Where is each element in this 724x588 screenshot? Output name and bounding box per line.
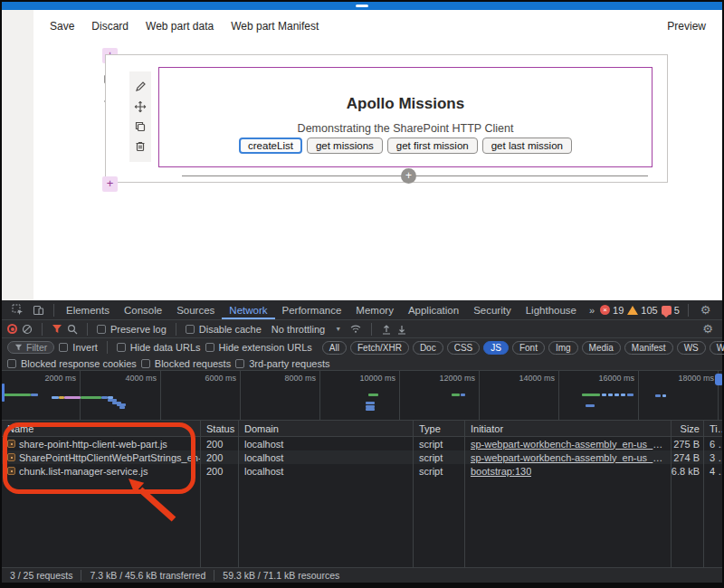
initiator-link[interactable]: sp-webpart-workbench-assembly_en-us_b3e7… xyxy=(471,452,665,463)
table-row[interactable]: SharePointHttpClientWebPartStrings_en-us… xyxy=(2,450,722,464)
warning-icon xyxy=(627,306,638,315)
third-party-checkbox[interactable] xyxy=(235,359,244,368)
chip-manifest[interactable]: Manifest xyxy=(624,341,673,355)
delete-webpart-icon[interactable] xyxy=(134,140,147,153)
save-button[interactable]: Save xyxy=(50,20,74,33)
network-overview[interactable]: 2000 ms 4000 ms 6000 ms 8000 ms 10000 ms… xyxy=(2,371,722,421)
tab-memory[interactable]: Memory xyxy=(348,300,401,319)
network-conditions-icon[interactable] xyxy=(349,324,362,334)
column-header-name[interactable]: Name xyxy=(2,421,201,436)
warning-count-badge[interactable]: 105 xyxy=(627,305,657,316)
chip-all[interactable]: All xyxy=(322,341,347,355)
move-webpart-icon[interactable] xyxy=(134,100,147,113)
requests-table-empty-area xyxy=(2,478,722,567)
devtools-menu-icon[interactable]: ⋮ xyxy=(719,304,724,317)
get-missions-button[interactable]: get missions xyxy=(307,138,383,154)
hide-extension-urls-checkbox[interactable] xyxy=(205,343,214,352)
issues-count-badge[interactable]: 5 xyxy=(662,305,680,316)
column-header-size[interactable]: Size xyxy=(672,421,704,436)
timeline-bar xyxy=(366,408,375,411)
window-collapse-handle[interactable] xyxy=(356,5,368,7)
network-settings-icon[interactable]: ⚙ xyxy=(699,322,717,336)
chip-css[interactable]: CSS xyxy=(447,341,481,355)
chip-doc[interactable]: Doc xyxy=(413,341,443,355)
filter-input[interactable]: Filter xyxy=(7,341,54,354)
hide-data-urls-checkbox[interactable] xyxy=(117,343,126,352)
chip-js[interactable]: JS xyxy=(483,341,509,355)
create-list-button[interactable]: createList xyxy=(239,138,302,154)
table-row[interactable]: share-point-http-client-web-part.js 200 … xyxy=(2,437,722,450)
discard-button[interactable]: Discard xyxy=(91,20,129,33)
export-har-icon[interactable] xyxy=(396,324,407,335)
chip-fetch-xhr[interactable]: Fetch/XHR xyxy=(350,341,409,355)
tab-performance[interactable]: Performance xyxy=(275,300,349,319)
chip-wasm[interactable]: Wasm xyxy=(710,341,724,355)
duplicate-webpart-icon[interactable] xyxy=(134,120,147,133)
tab-application[interactable]: Application xyxy=(401,300,466,319)
sharepoint-workbench: Save Discard Web part data Web part Mani… xyxy=(2,10,722,300)
timeline-bar xyxy=(586,404,595,407)
filter-placeholder: Filter xyxy=(26,342,47,353)
device-toolbar-icon[interactable] xyxy=(28,304,49,316)
timeline-bar xyxy=(621,394,625,396)
edit-webpart-icon[interactable] xyxy=(134,81,147,93)
blocked-requests-checkbox[interactable] xyxy=(141,359,150,368)
devtools-badges: × 19 105 5 ⚙ ⋮ × xyxy=(600,303,724,318)
column-header-domain[interactable]: Domain xyxy=(239,421,414,436)
devtools-settings-icon[interactable]: ⚙ xyxy=(697,303,715,317)
invert-label: Invert xyxy=(72,342,98,353)
clear-network-log-icon[interactable] xyxy=(22,324,33,335)
record-network-log-icon[interactable] xyxy=(7,324,17,334)
apollo-missions-webpart[interactable]: Apollo Missions Demonstrating the ShareP… xyxy=(158,67,653,167)
add-webpart-button-bottom[interactable]: + xyxy=(102,176,118,192)
error-icon: × xyxy=(600,305,610,315)
transferred-summary: 7.3 kB / 45.6 kB transferred xyxy=(81,570,214,581)
initiator-link[interactable]: bootstrap:130 xyxy=(471,466,531,477)
webpart-data-button[interactable]: Web part data xyxy=(146,20,214,33)
workbench-left-rail xyxy=(2,10,33,300)
get-last-mission-button[interactable]: get last mission xyxy=(482,138,572,154)
inspect-element-icon[interactable] xyxy=(7,304,28,316)
preserve-log-checkbox[interactable] xyxy=(97,325,106,334)
search-icon[interactable] xyxy=(67,324,78,335)
tab-network[interactable]: Network xyxy=(222,300,274,319)
add-webpart-inline-button[interactable]: + xyxy=(401,168,416,184)
error-count-badge[interactable]: × 19 xyxy=(600,305,624,316)
tab-console[interactable]: Console xyxy=(117,300,169,319)
tab-lighthouse[interactable]: Lighthouse xyxy=(519,300,584,319)
timeline-tick: 14000 ms xyxy=(519,374,558,383)
timeline-bar xyxy=(2,384,5,402)
column-header-status[interactable]: Status xyxy=(201,421,239,436)
disable-cache-checkbox[interactable] xyxy=(186,325,195,334)
throttling-select[interactable]: No throttling xyxy=(272,324,325,335)
chip-font[interactable]: Font xyxy=(512,341,545,355)
chip-img[interactable]: Img xyxy=(548,341,578,355)
initiator-link[interactable]: sp-webpart-workbench-assembly_en-us_b3e7… xyxy=(471,439,665,450)
tab-security[interactable]: Security xyxy=(466,300,519,319)
tab-sources[interactable]: Sources xyxy=(169,300,222,319)
script-file-icon xyxy=(7,440,15,448)
invert-checkbox[interactable] xyxy=(59,343,68,352)
webpart-manifest-button[interactable]: Web part Manifest xyxy=(231,20,319,33)
column-header-time[interactable]: Ti… xyxy=(704,421,722,436)
import-har-icon[interactable] xyxy=(381,324,392,335)
third-party-label: 3rd-party requests xyxy=(249,358,329,369)
preview-button[interactable]: Preview xyxy=(667,20,706,33)
timeline-bar xyxy=(461,394,465,396)
timeline-tick: 12000 ms xyxy=(439,374,479,383)
chip-media[interactable]: Media xyxy=(582,341,621,355)
requests-table: Name Status Domain Type Initiator Size T… xyxy=(2,421,722,567)
network-toolbar: Preserve log Disable cache No throttling… xyxy=(2,320,722,338)
tab-elements[interactable]: Elements xyxy=(59,300,117,319)
blocked-cookies-checkbox[interactable] xyxy=(7,359,16,368)
devtools-tabbar: Elements Console Sources Network Perform… xyxy=(2,300,722,320)
timeline-bar xyxy=(119,406,125,409)
get-first-mission-button[interactable]: get first mission xyxy=(387,138,478,154)
more-tabs-icon[interactable]: » xyxy=(584,305,600,316)
column-header-initiator[interactable]: Initiator xyxy=(465,421,672,436)
chip-ws[interactable]: WS xyxy=(677,341,706,355)
table-row[interactable]: chunk.list-manager-service.js 200 localh… xyxy=(2,464,722,478)
column-header-type[interactable]: Type xyxy=(414,421,465,436)
filter-icon[interactable] xyxy=(52,324,62,334)
window-top-accent-bar xyxy=(2,2,722,10)
